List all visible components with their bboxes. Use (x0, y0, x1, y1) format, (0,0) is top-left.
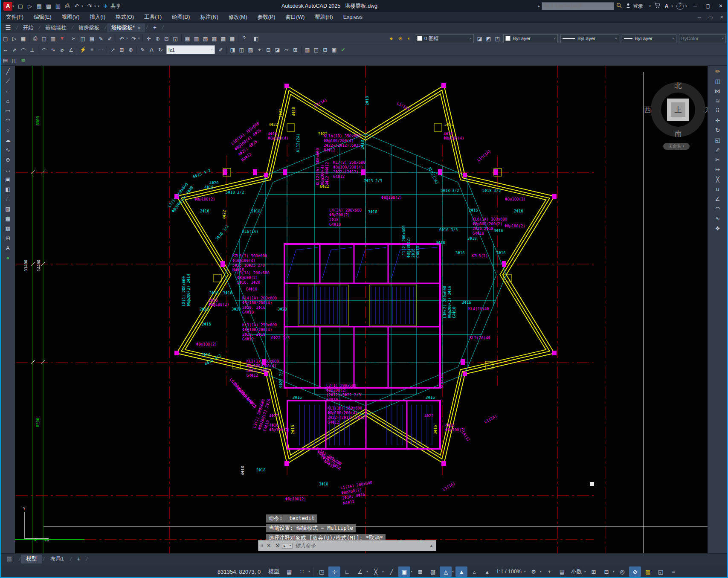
cad-label[interactable]: 2Φ16 (411, 248, 415, 258)
layout-tab-布局1[interactable]: 布局1 (45, 555, 69, 563)
hatch-icon[interactable]: ▨ (3, 204, 13, 213)
cad-label[interactable]: 3Φ20 (232, 307, 241, 311)
annotative-icon[interactable]: ✐ (105, 34, 114, 43)
cad-label[interactable]: L8(1) 200x600 (182, 276, 186, 306)
insert-block-icon[interactable]: ◨ (228, 46, 237, 54)
zoom-realtime-icon[interactable]: ⊕ (153, 34, 162, 43)
autodesk-caret-icon[interactable]: ▾ (671, 4, 675, 8)
cad-label[interactable]: L1(1A) (396, 101, 410, 111)
cad-label[interactable]: 3Φ18 (368, 210, 377, 214)
cad-label[interactable]: 4Φ22 (424, 414, 434, 418)
osnap-settings-icon[interactable]: ⊞ (291, 46, 300, 54)
menu-窗口(W)[interactable]: 窗口(W) (280, 12, 310, 22)
group-edit-icon[interactable]: ⊟ (321, 46, 330, 54)
tolerance-icon[interactable]: ⊞ (117, 46, 126, 54)
menu-插入(I)[interactable]: 插入(I) (84, 12, 110, 22)
cad-label[interactable]: 2Φ20, 2Φ16 (242, 305, 265, 310)
break-at-point-icon[interactable]: ╳ (713, 174, 723, 184)
workspace-icon[interactable]: ▤ (1, 56, 10, 65)
cad-label[interactable]: 3Φ18 (319, 482, 328, 486)
selection-cycling-toggle[interactable]: ◬ (440, 566, 452, 577)
autosnap-marker-toggle[interactable]: ▲ (455, 566, 467, 577)
plot-style-combo[interactable]: ByColor˅ (679, 34, 726, 43)
login-label[interactable]: 登录 (633, 3, 643, 10)
cad-label[interactable]: 4Φ16 (268, 132, 277, 136)
blend-curves-icon[interactable]: ∿ (713, 214, 723, 223)
radius-dimension-icon[interactable]: ◠ (40, 46, 49, 54)
minimize-button[interactable]: ─ (689, 3, 702, 9)
infer-constraints-toggle[interactable]: ◳ (316, 566, 328, 577)
cad-label[interactable]: 2Φ18 (251, 209, 261, 213)
cad-label[interactable]: 6Φ22 (320, 184, 329, 189)
qat-saveas-icon[interactable]: ▩ (44, 3, 53, 9)
menu-修改(M)[interactable]: 修改(M) (223, 12, 252, 22)
cad-label[interactable]: 4Φ16 (444, 132, 453, 136)
command-customize-wrench-icon[interactable]: ⚒ (273, 543, 282, 549)
menu-视图(V)[interactable]: 视图(V) (57, 12, 85, 22)
array-icon[interactable]: ⠿ (713, 106, 723, 115)
layer-panel-icon[interactable]: ◧ (252, 34, 261, 43)
palette-icon[interactable]: ◫ (10, 56, 19, 65)
close-button[interactable]: ✕ (714, 3, 727, 9)
model-space-button[interactable]: 模型 (265, 568, 283, 575)
cad-label[interactable]: 4Φ18 (292, 107, 296, 116)
sheet-set-icon[interactable]: ▨ (210, 34, 219, 43)
cad-label[interactable]: 3Φ16 (433, 425, 438, 434)
cad-label[interactable]: 3Φ16 (293, 395, 302, 400)
isometric-drafting-toggle[interactable]: ╳ (370, 566, 382, 577)
cad-label[interactable]: L10(2) 200x600 (443, 286, 447, 318)
undo-icon[interactable]: ↶ (117, 34, 126, 43)
cad-label[interactable]: L1(1A) (484, 414, 498, 424)
previous-layer-icon[interactable]: ◰ (493, 34, 502, 43)
login-caret-icon[interactable]: ▾ (649, 4, 653, 8)
cad-label[interactable]: 2Φ22, 3Φ18 (242, 332, 265, 337)
cad-label[interactable]: KL12(2A) 500x600 (316, 148, 320, 185)
units-button[interactable]: 小数 (568, 568, 584, 575)
cad-label[interactable]: Φ8@100/200(4) (247, 364, 276, 368)
scale-icon[interactable]: ◱ (713, 135, 723, 145)
drawing-canvas[interactable]: L1(1A)L1(1A)7Φ224Φ184Φ225Φ224Φ16Φ8@100(4… (15, 66, 708, 553)
break-icon[interactable]: ∪ (713, 184, 723, 194)
cad-label[interactable]: Y (23, 507, 26, 511)
menu-Express[interactable]: Express (338, 12, 368, 22)
cad-label[interactable]: N4Φ12 (324, 148, 335, 152)
mirror-icon[interactable]: ⋈ (713, 86, 723, 96)
cad-label[interactable]: Φ8@100(2) (269, 428, 290, 432)
cad-label[interactable]: 3Φ16 (496, 251, 506, 255)
redo-icon-caret[interactable]: ▾ (138, 37, 141, 40)
rectangle-icon[interactable]: ▭ (3, 106, 13, 115)
cad-label[interactable]: Φ8@100/200(4) (333, 165, 363, 169)
layer-on-icon[interactable]: ● (387, 34, 396, 43)
cad-label[interactable]: C4Φ10 (452, 307, 456, 318)
polyline-icon[interactable]: ⌐ (3, 86, 13, 96)
ortho-mode-toggle[interactable]: ∟ (341, 566, 353, 577)
table-icon[interactable]: ⊞ (3, 233, 13, 243)
cad-label[interactable]: 5Φ18 3/2 (226, 190, 244, 195)
file-tab-基础墙柱[interactable]: 基础墙柱 (41, 23, 71, 32)
cad-label[interactable]: Φ8@600(2) (237, 276, 258, 280)
region-icon[interactable]: ▩ (3, 224, 13, 233)
make-current-layer-icon[interactable]: ◪ (475, 34, 484, 43)
cad-label[interactable]: 3Φ16 (494, 229, 503, 233)
cad-label[interactable]: KL6(1A) (242, 229, 258, 234)
cad-label[interactable]: KL4(1A)4Φ (468, 307, 489, 311)
cad-label[interactable]: KL4(1A) 200x600 (242, 296, 277, 300)
calculator-icon[interactable]: ▦ (228, 34, 237, 43)
share-label[interactable]: 共享 (110, 3, 121, 10)
viewcube-east[interactable]: 东 (705, 105, 708, 115)
cad-label[interactable]: KL1a(1B) 350x600 (324, 134, 361, 138)
cad-label[interactable]: 3Φ16 (223, 291, 232, 295)
make-block-icon[interactable]: ◧ (3, 184, 13, 194)
paste-icon[interactable]: ▤ (87, 34, 96, 43)
cad-label[interactable]: 5Φ18 3/2 (441, 189, 459, 193)
cad-label[interactable]: Φ8@100/200(4) (324, 139, 354, 143)
new-drawing-tab-button[interactable]: ＋ (148, 24, 161, 32)
search-expand-icon[interactable]: ▸ (538, 4, 542, 8)
cad-label[interactable]: 4Φ22 (269, 122, 278, 127)
app-store-cart-icon[interactable] (653, 3, 662, 9)
polar-tracking-toggle-caret[interactable]: ▾ (366, 570, 369, 573)
lineweight-toggle[interactable]: ≣ (414, 566, 426, 577)
cad-label[interactable]: 4Φ22 (269, 414, 278, 418)
stretch-icon[interactable]: ⇗ (713, 145, 723, 154)
search-input[interactable] (542, 2, 614, 10)
